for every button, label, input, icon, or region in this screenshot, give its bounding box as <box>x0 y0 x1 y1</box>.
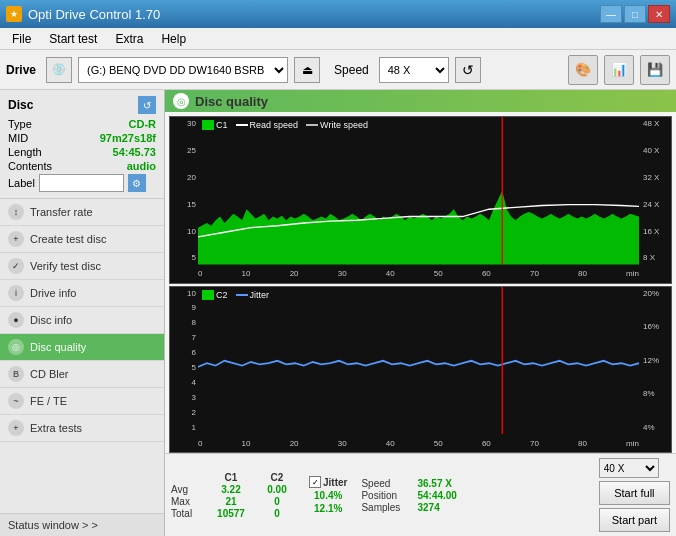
titlebar-left: ★ Opti Drive Control 1.70 <box>6 6 160 22</box>
disc-label-edit-button[interactable]: ⚙ <box>128 174 146 192</box>
c1-right-48x: 48 X <box>643 119 659 128</box>
start-part-button[interactable]: Start part <box>599 508 670 532</box>
jitter-checkbox-row: ✓ Jitter <box>309 476 347 488</box>
read-speed-legend-label: Read speed <box>250 120 299 130</box>
sidebar-item-disc-info[interactable]: ● Disc info <box>0 307 164 334</box>
status-window-button[interactable]: Status window > > <box>0 513 164 536</box>
quality-panel-header: ◎ Disc quality <box>165 90 676 112</box>
window-controls: — □ ✕ <box>600 5 670 23</box>
c2-x-min: min <box>626 439 639 448</box>
c1-x-40: 40 <box>386 269 395 278</box>
c2-x-labels: 0 10 20 30 40 50 60 70 80 min <box>198 434 639 452</box>
disc-type-value: CD-R <box>129 118 157 130</box>
stats-col-c1: C1 <box>209 472 253 483</box>
sidebar-item-verify-test-disc[interactable]: ✓ Verify test disc <box>0 253 164 280</box>
samples-stat-label: Samples <box>361 502 413 513</box>
fe-te-icon: ~ <box>8 393 24 409</box>
minimize-button[interactable]: — <box>600 5 622 23</box>
c2-right-12: 12% <box>643 356 659 365</box>
close-button[interactable]: ✕ <box>648 5 670 23</box>
c2-legend: C2 Jitter <box>202 290 269 300</box>
stats-max-label: Max <box>171 496 207 507</box>
eject-button[interactable]: ⏏ <box>294 57 320 83</box>
c2-right-20: 20% <box>643 289 659 298</box>
drive-icon: 💿 <box>46 57 72 83</box>
position-stat-value: 54:44.00 <box>417 490 487 501</box>
app-title: Opti Drive Control 1.70 <box>28 7 160 22</box>
c1-legend-readspeed: Read speed <box>236 120 299 130</box>
disc-title: Disc <box>8 98 33 112</box>
main-layout: Disc ↺ Type CD-R MID 97m27s18f Length 54… <box>0 90 676 536</box>
speed-label: Speed <box>334 63 369 77</box>
stats-avg-jitter: 10.4% <box>309 490 347 501</box>
stats-max-jitter: 12.1% <box>309 503 347 514</box>
refresh-button[interactable]: ↺ <box>455 57 481 83</box>
drive-select[interactable]: (G:) BENQ DVD DD DW1640 BSRB <box>78 57 288 83</box>
disc-contents-value: audio <box>127 160 156 172</box>
stats-panel: C1 C2 Avg 3.22 0.00 Max 21 0 Total 10577… <box>165 453 676 536</box>
speed-stat-label: Speed <box>361 478 413 489</box>
c1-color-box <box>202 120 214 130</box>
sidebar-item-drive-info[interactable]: i Drive info <box>0 280 164 307</box>
create-test-disc-icon: + <box>8 231 24 247</box>
c2-y-4: 4 <box>192 378 196 387</box>
disc-label-input[interactable] <box>39 174 124 192</box>
transfer-rate-icon: ↕ <box>8 204 24 220</box>
speed-select[interactable]: 48 X <box>379 57 449 83</box>
save-button[interactable]: 💾 <box>640 55 670 85</box>
extra-tests-icon: + <box>8 420 24 436</box>
c1-x-20: 20 <box>290 269 299 278</box>
c2-y-10: 10 <box>187 289 196 298</box>
stats-empty <box>171 472 207 483</box>
c2-y-1: 1 <box>192 423 196 432</box>
c2-right-4: 4% <box>643 423 655 432</box>
menu-start-test[interactable]: Start test <box>41 30 105 48</box>
sidebar-item-cd-bler[interactable]: B CD Bler <box>0 361 164 388</box>
sidebar-item-label-extra-tests: Extra tests <box>30 422 82 434</box>
c1-legend: C1 Read speed Write speed <box>202 120 368 130</box>
start-full-button[interactable]: Start full <box>599 481 670 505</box>
c1-legend-label: C1 <box>216 120 228 130</box>
c1-legend-c1: C1 <box>202 120 228 130</box>
test-speed-select[interactable]: 40 X <box>599 458 659 478</box>
disc-length-value: 54:45.73 <box>113 146 156 158</box>
c2-y-7: 7 <box>192 333 196 342</box>
menu-extra[interactable]: Extra <box>107 30 151 48</box>
c1-right-40x: 40 X <box>643 146 659 155</box>
stats-avg-c2: 0.00 <box>255 484 299 495</box>
jitter-col-label: Jitter <box>323 477 347 488</box>
disc-type-row: Type CD-R <box>8 118 156 130</box>
c2-x-70: 70 <box>530 439 539 448</box>
c2-y-8: 8 <box>192 318 196 327</box>
write-speed-color-box <box>306 124 318 126</box>
verify-test-disc-icon: ✓ <box>8 258 24 274</box>
c1-x-labels: 0 10 20 30 40 50 60 70 80 min <box>198 265 639 283</box>
jitter-stats: ✓ Jitter 10.4% 12.1% <box>309 476 347 514</box>
disc-label-label: Label <box>8 177 35 189</box>
settings-button[interactable]: 🎨 <box>568 55 598 85</box>
c1-right-24x: 24 X <box>643 200 659 209</box>
info-button[interactable]: 📊 <box>604 55 634 85</box>
disc-refresh-button[interactable]: ↺ <box>138 96 156 114</box>
sidebar-item-transfer-rate[interactable]: ↕ Transfer rate <box>0 199 164 226</box>
sidebar-item-create-test-disc[interactable]: + Create test disc <box>0 226 164 253</box>
sidebar-item-label-create-test-disc: Create test disc <box>30 233 106 245</box>
sidebar-item-label-transfer-rate: Transfer rate <box>30 206 93 218</box>
c1-chart: 30 25 20 15 10 5 48 X 40 X 32 X 24 X 16 … <box>169 116 672 284</box>
disc-mid-row: MID 97m27s18f <box>8 132 156 144</box>
svg-marker-0 <box>198 191 639 265</box>
sidebar-item-fe-te[interactable]: ~ FE / TE <box>0 388 164 415</box>
sidebar-item-disc-quality[interactable]: ◎ Disc quality <box>0 334 164 361</box>
c1-chart-svg <box>198 117 639 265</box>
menubar: File Start test Extra Help <box>0 28 676 50</box>
speed-stat-value: 36.57 X <box>417 478 487 489</box>
c1-x-70: 70 <box>530 269 539 278</box>
c2-y-6: 6 <box>192 348 196 357</box>
menu-file[interactable]: File <box>4 30 39 48</box>
sidebar-item-extra-tests[interactable]: + Extra tests <box>0 415 164 442</box>
sidebar: Disc ↺ Type CD-R MID 97m27s18f Length 54… <box>0 90 165 536</box>
c2-x-80: 80 <box>578 439 587 448</box>
jitter-checkbox[interactable]: ✓ <box>309 476 321 488</box>
menu-help[interactable]: Help <box>153 30 194 48</box>
maximize-button[interactable]: □ <box>624 5 646 23</box>
